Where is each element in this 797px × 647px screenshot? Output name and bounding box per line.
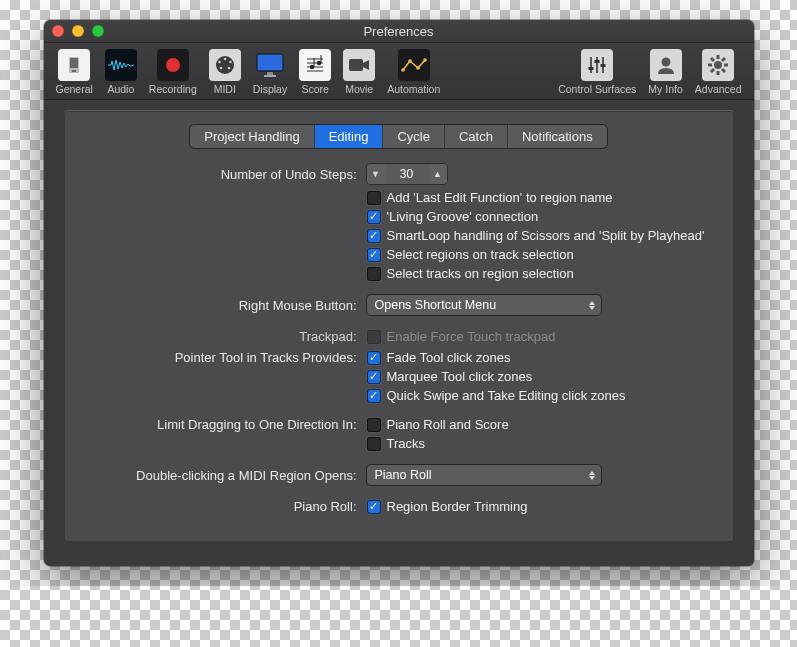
marquee-tool-checkbox[interactable] [367,370,381,384]
toolbar-advanced[interactable]: Advanced [689,47,748,97]
select-tracks-checkbox[interactable] [367,267,381,281]
tracks-checkbox[interactable] [367,437,381,451]
toolbar-label: Score [301,83,328,95]
svg-line-42 [711,69,714,72]
svg-point-24 [401,68,405,72]
score-icon [299,49,331,81]
svg-point-9 [227,67,230,70]
force-touch-checkbox [367,330,381,344]
toolbar-control-surfaces[interactable]: Control Surfaces [552,47,642,97]
fade-tool-checkbox[interactable] [367,351,381,365]
double-click-label: Double-clicking a MIDI Region Opens: [82,468,367,483]
midi-icon [209,49,241,81]
svg-line-40 [711,58,714,61]
tab-notifications[interactable]: Notifications [508,125,607,148]
chevron-updown-icon [589,471,595,480]
checkbox-label: Enable Force Touch trackpad [387,329,556,344]
checkbox-label: Select tracks on region selection [387,266,574,281]
toolbar-label: Recording [149,83,197,95]
automation-icon [398,49,430,81]
svg-rect-19 [314,58,315,67]
svg-point-7 [229,61,232,64]
svg-point-25 [408,59,412,63]
toolbar-score[interactable]: Score [293,47,337,97]
svg-line-43 [722,58,725,61]
checkbox-label: Select regions on track selection [387,247,574,262]
right-mouse-popup[interactable]: Opens Shortcut Menu [367,295,601,315]
svg-point-35 [714,61,722,69]
toolbar-midi[interactable]: MIDI [203,47,247,97]
region-border-checkbox[interactable] [367,500,381,514]
checkbox-label: Piano Roll and Score [387,417,509,432]
toolbar-label: MIDI [214,83,236,95]
limit-drag-label: Limit Dragging to One Direction In: [82,417,367,432]
undo-steps-value: 30 [385,167,429,181]
svg-rect-1 [70,58,78,68]
toolbar-display[interactable]: Display [247,47,293,97]
piano-roll-score-checkbox[interactable] [367,418,381,432]
svg-marker-23 [363,60,369,70]
smartloop-checkbox[interactable] [367,229,381,243]
tab-cycle[interactable]: Cycle [383,125,445,148]
double-click-popup[interactable]: Piano Roll [367,465,601,485]
svg-rect-22 [349,59,363,71]
toolbar-recording[interactable]: Recording [143,47,203,97]
window-title: Preferences [44,24,754,39]
svg-rect-13 [264,75,276,77]
svg-point-26 [416,66,420,70]
display-icon [254,49,286,81]
toolbar-label: Advanced [695,83,742,95]
stepper-down-icon[interactable]: ▼ [367,164,385,184]
svg-rect-12 [267,72,273,75]
piano-roll-label: Piano Roll: [82,499,367,514]
toolbar-automation[interactable]: Automation [381,47,446,97]
checkbox-label: Quick Swipe and Take Editing click zones [387,388,626,403]
svg-point-27 [423,58,427,62]
close-button[interactable] [52,25,64,37]
tab-catch[interactable]: Catch [445,125,508,148]
toolbar-general[interactable]: General [50,47,99,97]
svg-point-8 [219,67,222,70]
toolbar-label: Movie [345,83,373,95]
svg-point-6 [218,61,221,64]
svg-rect-21 [321,55,322,63]
stepper-up-icon[interactable]: ▲ [429,164,447,184]
checkbox-label: Tracks [387,436,426,451]
toolbar-audio[interactable]: Audio [99,47,143,97]
svg-rect-32 [595,60,600,63]
zoom-button[interactable] [92,25,104,37]
audio-icon [105,49,137,81]
svg-point-5 [223,58,226,61]
trackpad-label: Trackpad: [82,329,367,344]
add-last-edit-checkbox[interactable] [367,191,381,205]
checkbox-label: Fade Tool click zones [387,350,511,365]
living-groove-checkbox[interactable] [367,210,381,224]
svg-rect-29 [596,57,598,73]
pointer-tool-label: Pointer Tool in Tracks Provides: [82,350,367,365]
toolbar-label: Display [253,83,287,95]
toolbar-label: General [56,83,93,95]
svg-rect-33 [601,64,606,67]
minimize-button[interactable] [72,25,84,37]
toolbar-my-info[interactable]: My Info [642,47,688,97]
undo-steps-stepper[interactable]: ▼ 30 ▲ [367,164,447,184]
toolbar-movie[interactable]: Movie [337,47,381,97]
toolbar-label: Audio [107,83,134,95]
toolbar-label: My Info [648,83,682,95]
checkbox-label: SmartLoop handling of Scissors and 'Spli… [387,228,705,243]
quick-swipe-checkbox[interactable] [367,389,381,403]
advanced-icon [702,49,734,81]
movie-icon [343,49,375,81]
popup-value: Opens Shortcut Menu [375,298,497,312]
svg-rect-28 [590,57,592,73]
toolbar-label: Control Surfaces [558,83,636,95]
svg-rect-2 [72,70,76,72]
select-regions-checkbox[interactable] [367,248,381,262]
checkbox-label: 'Living Groove' connection [387,209,539,224]
chevron-updown-icon [589,301,595,310]
svg-line-41 [722,69,725,72]
popup-value: Piano Roll [375,468,432,482]
tab-editing[interactable]: Editing [315,125,384,148]
tab-project-handling[interactable]: Project Handling [190,125,314,148]
my-info-icon [650,49,682,81]
